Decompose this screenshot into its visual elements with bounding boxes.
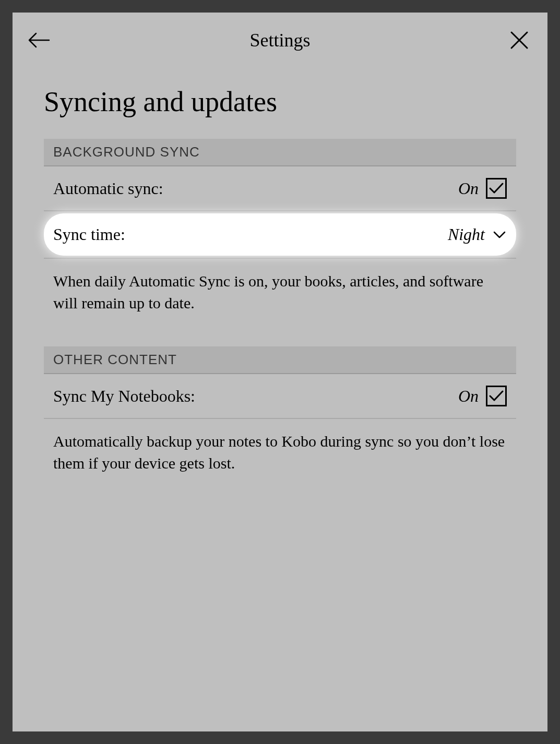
- chevron-down-icon: [493, 231, 506, 238]
- automatic-sync-checkbox[interactable]: [486, 178, 507, 199]
- background-sync-description: When daily Automatic Sync is on, your bo…: [44, 259, 516, 326]
- setting-row-automatic-sync[interactable]: Automatic sync: On: [44, 166, 516, 211]
- sync-time-label: Sync time:: [53, 225, 125, 244]
- header-title: Settings: [249, 29, 310, 51]
- setting-row-sync-time[interactable]: Sync time: Night: [44, 213, 516, 256]
- page-title: Syncing and updates: [44, 86, 516, 118]
- back-arrow-icon: [28, 32, 50, 48]
- sync-notebooks-value: On: [458, 387, 479, 406]
- checkmark-icon: [488, 182, 504, 195]
- setting-row-sync-notebooks[interactable]: Sync My Notebooks: On: [44, 374, 516, 419]
- automatic-sync-control: On: [458, 178, 507, 199]
- sync-notebooks-checkbox[interactable]: [486, 386, 507, 406]
- sync-time-value: Night: [448, 225, 485, 244]
- close-icon: [509, 30, 529, 50]
- automatic-sync-value: On: [458, 179, 479, 198]
- sync-time-control: Night: [448, 225, 507, 244]
- checkmark-icon: [488, 389, 504, 403]
- sync-notebooks-label: Sync My Notebooks:: [53, 387, 195, 406]
- back-button[interactable]: [28, 28, 53, 53]
- other-content-description: Automatically backup your notes to Kobo …: [44, 419, 516, 486]
- automatic-sync-label: Automatic sync:: [53, 179, 163, 198]
- sync-time-dropdown[interactable]: [492, 227, 507, 242]
- close-button[interactable]: [507, 28, 532, 53]
- sync-notebooks-control: On: [458, 386, 507, 406]
- section-header-background-sync: BACKGROUND SYNC: [44, 139, 516, 166]
- header: Settings: [13, 13, 547, 67]
- section-header-other-content: OTHER CONTENT: [44, 346, 516, 374]
